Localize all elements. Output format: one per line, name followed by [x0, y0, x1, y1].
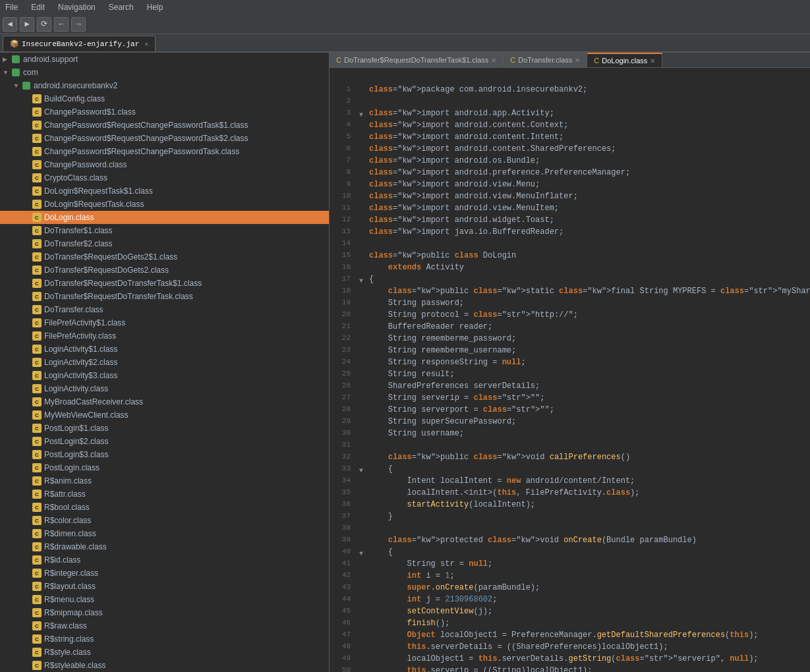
- line-code-1: class="kw">package com.android.insecureb…: [366, 85, 587, 97]
- tree-item-39[interactable]: ▶CR$integer.class: [0, 567, 329, 580]
- main-tab-close[interactable]: ✕: [144, 40, 148, 48]
- line-gutter-17[interactable]: ▼: [356, 275, 366, 287]
- tree-item-38[interactable]: ▶CR$id.class: [0, 553, 329, 567]
- tree-item-29[interactable]: ▶CPostLogin$2.class: [0, 435, 329, 448]
- line-code-12: class="kw">import android.widget.Toast;: [366, 215, 554, 227]
- line-gutter-33[interactable]: ▼: [356, 464, 366, 476]
- line-code-15: class="kw">public class DoLogin: [366, 251, 516, 263]
- toolbar-forward-btn[interactable]: ▶: [20, 17, 34, 32]
- tree-item-40[interactable]: ▶CR$layout.class: [0, 580, 329, 593]
- line-gutter-3[interactable]: ▼: [356, 109, 366, 121]
- tree-item-label-41: R$menu.class: [44, 595, 94, 604]
- tree-item-31[interactable]: ▶CPostLogin.class: [0, 461, 329, 474]
- toolbar-refresh-btn[interactable]: ⟳: [37, 17, 51, 32]
- class-icon: C: [32, 594, 42, 605]
- tree-item-label-13: DoTransfer$1.class: [44, 226, 113, 235]
- tree-item-7[interactable]: ▶CChangePassword$RequestChangePasswordTa…: [0, 145, 329, 158]
- main-tab[interactable]: 📦 InsecureBankv2-enjarify.jar ✕: [3, 36, 156, 51]
- menu-edit[interactable]: Edit: [28, 1, 47, 13]
- tree-item-43[interactable]: ▶CR$raw.class: [0, 619, 329, 632]
- tree-item-label-32: R$anim.class: [44, 476, 92, 486]
- code-tab-close-0[interactable]: ✕: [491, 57, 496, 64]
- line-number-40: 40: [330, 547, 356, 559]
- line-number-29: 29: [330, 417, 356, 429]
- code-tab-dotransfer-request[interactable]: CDoTransfer$RequestDoTransferTask$1.clas…: [330, 53, 504, 67]
- line-gutter-15: [356, 251, 366, 263]
- tree-item-21[interactable]: ▶CFilePrefActivity.class: [0, 329, 329, 343]
- tree-item-22[interactable]: ▶CLoginActivity$1.class: [0, 343, 329, 356]
- tree-item-35[interactable]: ▶CR$color.class: [0, 514, 329, 527]
- class-icon: C: [32, 331, 42, 341]
- tree-item-3[interactable]: ▶CBuildConfig.class: [0, 92, 329, 105]
- tree-item-1[interactable]: ▼com: [0, 66, 329, 79]
- code-line-24: 24 String responseString = null;: [330, 358, 810, 370]
- code-tab-dotransfer[interactable]: CDoTransfer.class✕: [504, 53, 587, 67]
- tree-item-45[interactable]: ▶CR$style.class: [0, 646, 329, 659]
- code-line-23: 23 String rememberme_username;: [330, 346, 810, 358]
- tree-item-42[interactable]: ▶CR$mipmap.class: [0, 606, 329, 619]
- tree-item-46[interactable]: ▶CR$styleable.class: [0, 659, 329, 672]
- tree-item-19[interactable]: ▶CDoTransfer.class: [0, 303, 329, 316]
- menu-help[interactable]: Help: [144, 1, 166, 13]
- line-number-46: 46: [330, 619, 356, 630]
- tree-item-33[interactable]: ▶CR$attr.class: [0, 488, 329, 501]
- tree-item-0[interactable]: ▶android.support: [0, 53, 329, 66]
- tree-item-6[interactable]: ▶CChangePassword$RequestChangePasswordTa…: [0, 132, 329, 145]
- tree-item-28[interactable]: ▶CPostLogin$1.class: [0, 422, 329, 435]
- tree-item-36[interactable]: ▶CR$dimen.class: [0, 527, 329, 540]
- toolbar-back-btn[interactable]: ◀: [3, 17, 17, 32]
- tree-item-label-20: FilePrefActivity$1.class: [44, 318, 125, 327]
- class-icon: C: [32, 581, 42, 592]
- jar-icon: 📦: [10, 40, 19, 48]
- code-tab-icon-1: C: [510, 56, 515, 64]
- line-gutter-42: [356, 571, 366, 583]
- code-tab-close-1[interactable]: ✕: [575, 57, 580, 64]
- tree-item-23[interactable]: ▶CLoginActivity$2.class: [0, 356, 329, 369]
- tree-item-41[interactable]: ▶CR$menu.class: [0, 593, 329, 606]
- code-tab-icon-2: C: [594, 57, 599, 65]
- menu-file[interactable]: File: [3, 1, 20, 13]
- tree-item-26[interactable]: ▶CMyBroadCastReceiver.class: [0, 395, 329, 408]
- tree-item-2[interactable]: ▼android.insecurebankv2: [0, 79, 329, 92]
- class-icon: C: [32, 423, 42, 434]
- toolbar-redo-btn[interactable]: →: [71, 17, 86, 32]
- line-code-13: class="kw">import java.io.BufferedReader…: [366, 227, 564, 239]
- code-tab-dologin[interactable]: CDoLogin.class✕: [587, 53, 662, 67]
- menu-search[interactable]: Search: [106, 1, 136, 13]
- tree-item-34[interactable]: ▶CR$bool.class: [0, 501, 329, 514]
- tree-item-18[interactable]: ▶CDoTransfer$RequestDoTransferTask.class: [0, 290, 329, 303]
- tree-item-14[interactable]: ▶CDoTransfer$2.class: [0, 237, 329, 250]
- code-tab-close-2[interactable]: ✕: [650, 57, 655, 65]
- code-line-33: 33▼ {: [330, 464, 810, 476]
- line-gutter-40[interactable]: ▼: [356, 547, 366, 559]
- tree-item-9[interactable]: ▶CCryptoClass.class: [0, 171, 329, 184]
- tree-item-24[interactable]: ▶CLoginActivity$3.class: [0, 369, 329, 382]
- tree-item-10[interactable]: ▶CDoLogin$RequestTask$1.class: [0, 184, 329, 198]
- tree-item-4[interactable]: ▶CChangePassword$1.class: [0, 105, 329, 119]
- tree-item-25[interactable]: ▶CLoginActivity.class: [0, 382, 329, 395]
- line-gutter-32: [356, 453, 366, 464]
- tree-item-27[interactable]: ▶CMyWebViewClient.class: [0, 408, 329, 422]
- tree-item-30[interactable]: ▶CPostLogin$3.class: [0, 448, 329, 461]
- menu-navigation[interactable]: Navigation: [55, 1, 98, 13]
- tree-item-5[interactable]: ▶CChangePassword$RequestChangePasswordTa…: [0, 119, 329, 132]
- tree-item-32[interactable]: ▶CR$anim.class: [0, 474, 329, 488]
- package-icon: [11, 54, 21, 65]
- tree-item-44[interactable]: ▶CR$string.class: [0, 632, 329, 646]
- line-gutter-24: [356, 358, 366, 370]
- tree-item-37[interactable]: ▶CR$drawable.class: [0, 540, 329, 553]
- tree-item-8[interactable]: ▶CChangePassword.class: [0, 158, 329, 171]
- line-code-2: [366, 97, 374, 109]
- tree-item-17[interactable]: ▶CDoTransfer$RequestDoTransferTask$1.cla…: [0, 277, 329, 290]
- code-line-11: 11class="kw">import android.view.MenuIte…: [330, 204, 810, 215]
- tree-item-15[interactable]: ▶CDoTransfer$RequestDoGets2$1.class: [0, 250, 329, 264]
- line-number-32: 32: [330, 453, 356, 464]
- tree-item-16[interactable]: ▶CDoTransfer$RequestDoGets2.class: [0, 264, 329, 277]
- line-code-23: String rememberme_username;: [366, 346, 516, 358]
- tree-item-11[interactable]: ▶CDoLogin$RequestTask.class: [0, 198, 329, 211]
- tree-item-12[interactable]: ▶CDoLogin.class: [0, 211, 329, 224]
- tree-item-label-19: DoTransfer.class: [44, 305, 103, 314]
- tree-item-13[interactable]: ▶CDoTransfer$1.class: [0, 224, 329, 237]
- tree-item-20[interactable]: ▶CFilePrefActivity$1.class: [0, 316, 329, 329]
- toolbar-undo-btn[interactable]: ←: [54, 17, 69, 32]
